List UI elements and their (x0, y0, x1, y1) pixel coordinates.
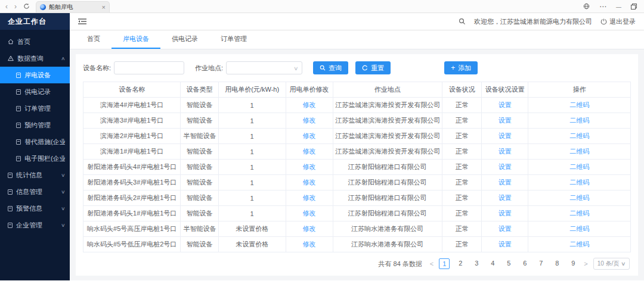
setting-link[interactable]: 设置 (499, 117, 512, 124)
modify-link[interactable]: 修改 (303, 210, 316, 217)
cell-unit-price: 1 (218, 144, 286, 160)
globe-icon[interactable] (583, 3, 590, 10)
sidebar-item-home[interactable]: 首页 (0, 33, 70, 50)
logout-button[interactable]: 退出登录 (600, 17, 636, 26)
sidebar-item-shore-device[interactable]: 岸电设备 (0, 67, 70, 83)
cell-device-type: 智能设备 (181, 175, 218, 191)
browser-refresh-icon[interactable] (23, 3, 30, 10)
search-icon[interactable] (459, 18, 466, 25)
table-row: 滨海港4#岸电桩1号口 智能设备 1 修改 江苏盐城港滨海港投资开发有限公司 正… (83, 98, 631, 113)
setting-link[interactable]: 设置 (499, 163, 512, 170)
add-button[interactable]: 添加 (444, 61, 478, 74)
modify-link[interactable]: 修改 (303, 179, 316, 186)
pagination: 共有 84 条数据 < 1 2 3 4 5 6 7 8 9 > 10 条/页 (83, 258, 631, 270)
page-3[interactable]: 3 (471, 258, 482, 269)
cell-device-type: 智能设备 (181, 237, 218, 252)
qrcode-link[interactable]: 二维码 (569, 148, 589, 155)
browser-back-icon[interactable] (5, 3, 8, 10)
tab-power-record[interactable]: 供电记录 (160, 30, 209, 49)
table-row: 射阳港港务码头2#岸电桩1号口 智能设备 1 修改 江苏射阳锦程港口有限公司 正… (83, 191, 631, 206)
page-7[interactable]: 7 (535, 258, 546, 269)
modify-link[interactable]: 修改 (303, 148, 316, 155)
sidebar-item-info-manage[interactable]: 信息管理 (0, 183, 70, 200)
setting-link[interactable]: 设置 (499, 148, 512, 155)
modify-link[interactable]: 修改 (303, 241, 316, 248)
next-page-icon[interactable]: > (584, 260, 587, 267)
browser-forward-icon[interactable] (14, 3, 17, 10)
setting-link[interactable]: 设置 (499, 194, 512, 201)
cell-status: 正常 (442, 129, 482, 144)
qrcode-link[interactable]: 二维码 (569, 179, 589, 186)
qrcode-link[interactable]: 二维码 (569, 210, 589, 217)
sidebar-item-fence[interactable]: 电子围栏(企业) (0, 150, 70, 167)
info-manage-icon (8, 189, 13, 195)
browser-tab[interactable]: 船舶岸电 (36, 1, 110, 13)
chevron-down-icon (621, 258, 626, 269)
device-list-card: 设备名称: 作业地点: 查询 重置 (76, 54, 638, 276)
tab-order[interactable]: 订单管理 (209, 30, 258, 49)
sidebar-item-warning-info[interactable]: 预警信息 (0, 200, 70, 217)
setting-link[interactable]: 设置 (499, 132, 512, 139)
modify-link[interactable]: 修改 (303, 132, 316, 139)
page-2[interactable]: 2 (455, 258, 466, 269)
modify-link[interactable]: 修改 (303, 117, 316, 124)
modify-link[interactable]: 修改 (303, 163, 316, 170)
sidebar-item-enterprise[interactable]: 企业管理 (0, 217, 70, 233)
tab-home[interactable]: 首页 (76, 30, 112, 49)
top-header: 欢迎您，江苏盐城港新能源电力有限公司 退出登录 (70, 13, 644, 30)
reset-button[interactable]: 重置 (355, 61, 391, 74)
setting-link[interactable]: 设置 (499, 210, 512, 217)
sidebar-item-reservation[interactable]: 预约管理 (0, 117, 70, 133)
modify-link[interactable]: 修改 (303, 225, 316, 232)
cell-status: 正常 (442, 144, 482, 160)
device-name-input[interactable] (114, 61, 184, 74)
page-4[interactable]: 4 (487, 258, 498, 269)
stats-icon (8, 173, 13, 178)
total-count-text: 共有 84 条数据 (378, 260, 422, 268)
browser-tab-title: 船舶岸电 (49, 3, 99, 11)
filter-bar: 设备名称: 作业地点: 查询 重置 (83, 61, 631, 74)
modify-link[interactable]: 修改 (303, 194, 316, 201)
setting-link[interactable]: 设置 (499, 241, 512, 248)
page-size-select[interactable]: 10 条/页 (593, 258, 630, 270)
page-6[interactable]: 6 (519, 258, 530, 269)
location-select[interactable] (226, 61, 302, 74)
setting-link[interactable]: 设置 (499, 101, 512, 108)
collapse-menu-icon[interactable] (78, 18, 86, 25)
page-9[interactable]: 9 (568, 258, 578, 269)
page-5[interactable]: 5 (503, 258, 514, 269)
page-1[interactable]: 1 (439, 258, 450, 269)
setting-link[interactable]: 设置 (499, 179, 512, 186)
location-label: 作业地点: (195, 64, 223, 73)
tab-shore-device[interactable]: 岸电设备 (112, 30, 160, 49)
browser-menu-icon[interactable] (599, 2, 606, 11)
sidebar-item-stats[interactable]: 统计信息 (0, 167, 70, 183)
chevron-down-icon (61, 223, 66, 228)
cell-status: 正常 (442, 237, 482, 252)
modify-link[interactable]: 修改 (303, 101, 316, 108)
qrcode-link[interactable]: 二维码 (569, 117, 589, 124)
qrcode-link[interactable]: 二维码 (569, 163, 589, 170)
minimize-icon[interactable] (616, 3, 621, 10)
sidebar-item-measures[interactable]: 替代措施(企业) (0, 133, 70, 150)
prev-page-icon[interactable]: < (430, 260, 434, 267)
qrcode-link[interactable]: 二维码 (569, 101, 589, 108)
restore-window-icon[interactable] (631, 4, 637, 10)
cell-location: 江苏盐城港滨海港投资开发有限公司 (333, 98, 442, 113)
plus-icon (451, 64, 455, 71)
cell-unit-price: 1 (218, 191, 286, 206)
qrcode-link[interactable]: 二维码 (569, 132, 589, 139)
tab-close-icon[interactable] (102, 4, 106, 11)
sidebar-item-power-record[interactable]: 供电记录 (0, 83, 70, 100)
qrcode-link[interactable]: 二维码 (569, 225, 589, 232)
search-button[interactable]: 查询 (313, 61, 348, 74)
qrcode-link[interactable]: 二维码 (569, 194, 589, 201)
qrcode-link[interactable]: 二维码 (569, 241, 589, 248)
col-unit-price: 用电单价(元/kW-h) (218, 82, 286, 98)
table-row: 滨海港2#岸电桩1号口 半智能设备 1 修改 江苏盐城港滨海港投资开发有限公司 … (83, 129, 631, 144)
cell-location: 江苏射阳锦程港口有限公司 (333, 160, 442, 175)
setting-link[interactable]: 设置 (499, 225, 512, 232)
sidebar-item-data-query[interactable]: 数据查询 (0, 50, 70, 67)
page-8[interactable]: 8 (552, 258, 562, 269)
sidebar-item-order[interactable]: 订单管理 (0, 100, 70, 117)
